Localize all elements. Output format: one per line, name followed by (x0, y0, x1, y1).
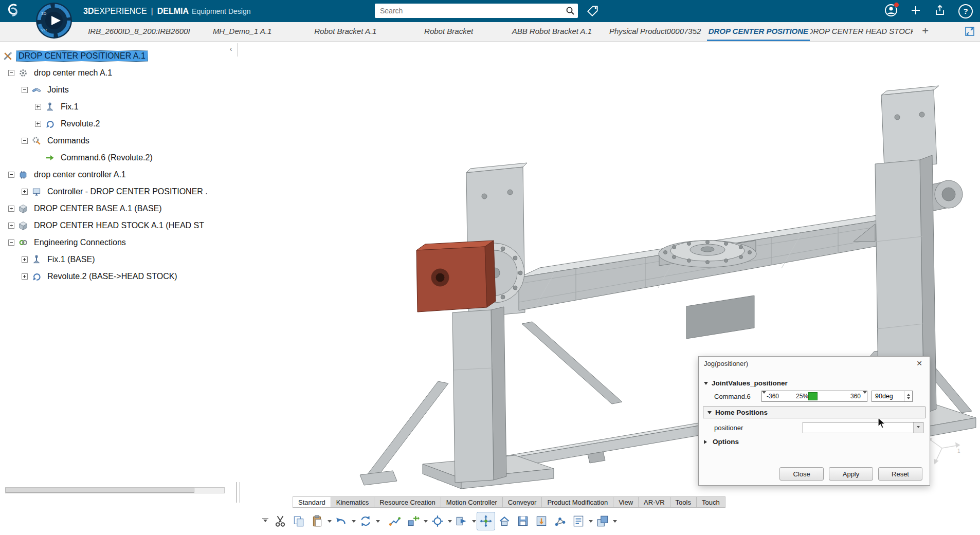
cut-button[interactable] (271, 512, 289, 530)
jog-mechanism-button[interactable] (477, 512, 495, 530)
joint-value-input[interactable] (872, 391, 904, 401)
ribbon-tab-tools[interactable]: Tools (670, 496, 697, 508)
chevron-down-icon[interactable] (612, 512, 618, 530)
ribbon-tab-kinematics[interactable]: Kinematics (331, 496, 375, 508)
tab-robot-bracket[interactable]: Robot Bracket (397, 22, 500, 41)
simulation-button[interactable] (452, 512, 471, 530)
home-position-dropdown[interactable] (803, 422, 923, 433)
expand-toggle[interactable] (22, 189, 28, 195)
chevron-down-icon[interactable] (326, 512, 332, 530)
tree-horizontal-scrollbar[interactable] (5, 487, 225, 493)
collapse-toggle[interactable] (22, 87, 28, 93)
expand-toggle[interactable] (8, 206, 14, 212)
tab-mh-demo[interactable]: MH_Demo_1 A.1 (191, 22, 294, 41)
toolbar-overflow-chevron-icon[interactable] (260, 512, 271, 530)
chevron-down-icon[interactable] (375, 512, 380, 530)
tree-item-fix1[interactable]: Fix.1 (0, 98, 238, 115)
options-section-header[interactable]: Options (699, 436, 930, 448)
undo-button[interactable] (332, 512, 351, 530)
share-icon[interactable] (934, 4, 946, 19)
tab-drop-center-positioner[interactable]: DROP CENTER POSITIONE (707, 22, 810, 41)
slider-handle[interactable] (808, 392, 818, 400)
new-tab-button[interactable]: + (918, 22, 933, 40)
spinner-down-button[interactable] (904, 396, 912, 401)
robot-jog-button[interactable] (404, 512, 423, 530)
home-position-button[interactable] (495, 512, 514, 530)
ribbon-tab-conveyor[interactable]: Conveyor (503, 496, 542, 508)
paste-button[interactable] (308, 512, 326, 530)
ribbon-tab-product-modification[interactable]: Product Modification (542, 496, 613, 508)
tree-item-controller[interactable]: drop center controller A.1 (0, 166, 238, 183)
ribbon-tab-view[interactable]: View (613, 496, 639, 508)
close-button[interactable]: Close (779, 467, 824, 481)
tree-item-controller-node[interactable]: Controller - DROP CENTER POSITIONER . (0, 183, 238, 200)
user-avatar[interactable] (884, 4, 898, 19)
add-content-icon[interactable] (910, 5, 921, 18)
chevron-down-icon[interactable] (351, 512, 356, 530)
dialog-title-bar[interactable]: Jog(positioner) ✕ (699, 357, 930, 370)
copy-button[interactable] (289, 512, 308, 530)
tab-drop-center-head-stock[interactable]: DROP CENTER HEAD STOCK (810, 22, 913, 41)
collapse-toggle[interactable] (22, 138, 28, 144)
device-task-button[interactable] (569, 512, 588, 530)
ribbon-tab-standard[interactable]: Standard (293, 496, 331, 508)
chevron-down-icon[interactable] (423, 512, 428, 530)
expand-toggle[interactable] (35, 121, 41, 127)
ribbon-tab-resource-creation[interactable]: Resource Creation (374, 496, 441, 508)
track-button[interactable] (386, 512, 404, 530)
ribbon-tab-touch[interactable]: Touch (697, 496, 725, 508)
tab-irb-2600id[interactable]: IRB_2600ID_8_200:IRB2600I (87, 22, 191, 41)
joint-values-section-header[interactable]: JointValues_positioner (699, 377, 930, 389)
apply-button[interactable]: Apply (829, 467, 873, 481)
search-icon[interactable] (562, 6, 578, 15)
search-input[interactable] (375, 7, 562, 15)
3ds-logo-icon[interactable] (4, 3, 23, 21)
help-icon[interactable]: ? (958, 4, 973, 19)
tree-item-commands[interactable]: Commands (0, 132, 238, 149)
tree-item-revolute2[interactable]: Revolute.2 (0, 115, 238, 132)
tag-icon[interactable] (586, 4, 600, 20)
tab-abb-robot-bracket[interactable]: ABB Robot Bracket A.1 (500, 22, 604, 41)
3d-compass-icon[interactable]: 3D V.R (35, 2, 73, 40)
tree-item-root[interactable]: DROP CENTER POSITIONER A.1 (0, 47, 238, 64)
expand-toggle[interactable] (22, 256, 28, 263)
tab-physical-product[interactable]: Physical Product00007352 (604, 22, 707, 41)
teach-button[interactable] (428, 512, 447, 530)
tree-item-mech[interactable]: drop center mech A.1 (0, 64, 238, 81)
collapse-toggle[interactable] (8, 239, 14, 246)
tree-item-engineering-connections[interactable]: Engineering Connections (0, 234, 238, 251)
tree-item-head-stock[interactable]: DROP CENTER HEAD STOCK A.1 (HEAD ST (0, 217, 238, 234)
expand-toggle[interactable] (35, 104, 41, 110)
ribbon-tab-ar-vr[interactable]: AR-VR (639, 496, 670, 508)
chevron-down-icon[interactable] (447, 512, 452, 530)
kinematics-chain-button[interactable] (551, 512, 569, 530)
ribbon-tab-motion-controller[interactable]: Motion Controller (441, 496, 503, 508)
chevron-down-icon[interactable] (588, 512, 593, 530)
joint-value-slider[interactable]: -360 25% 360 (761, 391, 867, 402)
scrollbar-thumb[interactable] (6, 488, 194, 493)
motion-group-button[interactable] (593, 512, 612, 530)
close-icon[interactable]: ✕ (914, 358, 924, 368)
collapse-tree-panel-icon[interactable]: ‹ (227, 43, 235, 54)
tree-item-fix1-base[interactable]: Fix.1 (BASE) (0, 251, 238, 268)
tab-robot-bracket-a1[interactable]: Robot Bracket A.1 (294, 22, 397, 41)
expand-toggle[interactable] (22, 273, 28, 280)
tree-item-revolute2-base-headstock[interactable]: Revolute.2 (BASE->HEAD STOCK) (0, 268, 238, 285)
update-button[interactable] (356, 512, 375, 530)
home-positions-section-header[interactable]: Home Positions (703, 407, 925, 418)
collapse-toggle[interactable] (8, 172, 14, 178)
save-state-button[interactable] (514, 512, 532, 530)
restore-state-button[interactable] (532, 512, 551, 530)
spinner-up-button[interactable] (904, 391, 912, 396)
tree-item-command6[interactable]: Command.6 (Revolute.2) (0, 149, 238, 166)
chevron-down-icon[interactable] (471, 512, 477, 530)
panel-splitter-handle[interactable] (236, 482, 240, 503)
panel-splitter[interactable] (238, 43, 238, 57)
expand-toggle[interactable] (8, 223, 14, 229)
dropdown-arrow-button[interactable] (913, 422, 923, 433)
reset-button[interactable]: Reset (878, 467, 922, 481)
tree-item-base[interactable]: DROP CENTER BASE A.1 (BASE) (0, 200, 238, 217)
tree-item-joints[interactable]: Joints (0, 81, 238, 98)
collapse-toggle[interactable] (8, 70, 14, 76)
expand-window-icon[interactable] (964, 25, 976, 40)
